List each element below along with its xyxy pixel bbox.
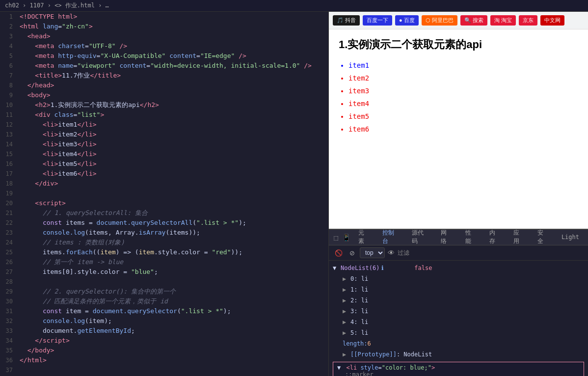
- preview-heading: 1.实例演示二个获取元素的api: [339, 37, 578, 52]
- nav-zhongwen[interactable]: 中文网: [540, 15, 564, 26]
- line-content: <li>item5</li>: [18, 159, 328, 169]
- line-content: <!DOCTYPE html>: [18, 12, 328, 22]
- prototype-expand-arrow[interactable]: ▶: [343, 350, 348, 359]
- preview-list-item: item2: [348, 72, 578, 84]
- code-line: 37: [0, 365, 328, 375]
- code-line: 13 <li>item2</li>: [0, 130, 328, 139]
- code-line: 9 <body>: [0, 90, 328, 100]
- item-expand-arrow[interactable]: ▶: [343, 318, 348, 326]
- item-val: 0: li: [350, 274, 368, 283]
- line-number: 6: [0, 61, 18, 71]
- line-content: </html>: [18, 355, 328, 365]
- code-line: 30 // 匹配满足条件的第一个元素，类似于 id: [0, 296, 328, 306]
- main-area: 1<!DOCTYPE html>2<html lang="zh-cn">3 <h…: [0, 12, 588, 376]
- devtools-panel: ⬚ 📱 元素 控制台 源代码 网络 性能 内存 应用 安全 Light 🚫 ⊘ …: [329, 229, 588, 376]
- line-content: <li>item4</li>: [18, 149, 328, 159]
- line-number: 34: [0, 336, 18, 346]
- line-content: <head>: [18, 31, 328, 41]
- line-content: [18, 365, 328, 375]
- devtools-console-output[interactable]: ▼ NodeList(6) ℹ false ▶0: li▶1: li▶2: li…: [329, 261, 588, 376]
- elem-style-val: "color: blue;": [382, 364, 431, 371]
- line-number: 36: [0, 355, 18, 365]
- item-expand-arrow[interactable]: ▶: [343, 307, 348, 316]
- line-number: 11: [0, 110, 18, 120]
- line-content: [18, 188, 328, 198]
- item-expand-arrow[interactable]: ▶: [343, 328, 348, 337]
- devtools-mobile-icon[interactable]: 📱: [341, 232, 351, 243]
- line-content: <li>item6</li>: [18, 169, 328, 179]
- console-prototype-line: ▶ [[Prototype]] : NodeList: [329, 349, 588, 360]
- code-editor[interactable]: 1<!DOCTYPE html>2<html lang="zh-cn">3 <h…: [0, 12, 329, 376]
- line-content: // 匹配满足条件的第一个元素，类似于 id: [18, 296, 328, 306]
- nav-baidu[interactable]: ● 百度: [395, 15, 419, 26]
- length-key: length:: [343, 339, 368, 348]
- line-content: // items : 类数组(对象): [18, 238, 328, 247]
- code-line: 34 </script>: [0, 336, 328, 346]
- console-length-line: length: 6: [329, 338, 588, 349]
- code-line: 32 console.log(item);: [0, 316, 328, 326]
- code-line: 35 </body>: [0, 346, 328, 355]
- code-line: 25 items.forEach((item) => (item.style.c…: [0, 247, 328, 257]
- item-expand-arrow[interactable]: ▶: [343, 285, 348, 294]
- devtools-eye-btn[interactable]: 👁: [388, 249, 395, 257]
- nodelist-expand-arrow[interactable]: ▼: [333, 264, 339, 272]
- browser-preview-content: 1.实例演示二个获取元素的api item1item2item3item4ite…: [329, 29, 588, 229]
- line-content: </head>: [18, 81, 328, 90]
- tab-light[interactable]: Light: [555, 231, 586, 244]
- code-line: 24 // items : 类数组(对象): [0, 238, 328, 247]
- devtools-clear-btn[interactable]: 🚫: [333, 248, 345, 258]
- line-number: 20: [0, 198, 18, 208]
- nodelist-false-val: false: [386, 264, 432, 272]
- line-number: 21: [0, 208, 18, 218]
- item-expand-arrow[interactable]: ▶: [343, 296, 348, 305]
- item-expand-arrow[interactable]: ▶: [343, 274, 348, 283]
- devtools-tabs-bar: ⬚ 📱 元素 控制台 源代码 网络 性能 内存 应用 安全 Light: [329, 230, 588, 245]
- devtools-cursor-icon[interactable]: ⬚: [331, 232, 341, 243]
- line-number: 28: [0, 277, 18, 287]
- line-content: <meta charset="UTF-8" />: [18, 41, 328, 51]
- elem-style-attr: style: [360, 364, 378, 371]
- code-line: 5 <meta http-equiv="X-UA-Compatible" con…: [0, 51, 328, 61]
- code-line: 6 <meta name="viewport" content="width=d…: [0, 61, 328, 71]
- prototype-val: : NodeList: [397, 350, 432, 359]
- length-val: 6: [368, 339, 371, 348]
- devtools-top-select[interactable]: top: [360, 247, 385, 258]
- line-content: // 1. querySelectorAll: 集合: [18, 208, 328, 218]
- code-line: 11 <div class="list">: [0, 110, 328, 120]
- nav-baidu-yi[interactable]: 百度一下: [363, 15, 392, 26]
- line-content: </body>: [18, 346, 328, 355]
- line-number: 33: [0, 326, 18, 336]
- code-line: 2<html lang="zh-cn">: [0, 22, 328, 31]
- nav-douyin[interactable]: 🎵 抖音: [333, 15, 360, 26]
- line-number: 18: [0, 179, 18, 188]
- line-number: 25: [0, 247, 18, 257]
- code-line: 3 <head>: [0, 31, 328, 41]
- line-number: 10: [0, 100, 18, 110]
- code-line: 4 <meta charset="UTF-8" />: [0, 41, 328, 51]
- nav-jingdong[interactable]: 京东: [519, 15, 537, 26]
- breadcrumb: ch02 › 1107 › <> 作业.html › …: [0, 0, 588, 12]
- elem-marker: ::marker: [337, 371, 580, 376]
- devtools-pause-btn[interactable]: ⊘: [347, 248, 357, 258]
- code-line: 1<!DOCTYPE html>: [0, 12, 328, 22]
- code-line: 18 </div>: [0, 179, 328, 188]
- line-content: <li>item3</li>: [18, 139, 328, 149]
- preview-list-item: item4: [348, 97, 578, 110]
- item-val: 2: li: [350, 296, 368, 305]
- console-nodelist-item: ▶5: li: [329, 327, 588, 338]
- line-content: </script>: [18, 336, 328, 346]
- code-line: 26 // 第一个 item -> blue: [0, 257, 328, 267]
- code-line: 31 const item = document.querySelector("…: [0, 306, 328, 316]
- preview-list: item1item2item3item4item5item6: [339, 59, 578, 135]
- code-line: 10 <h2>1.实例演示二个获取元素的api</h2>: [0, 100, 328, 110]
- line-content: </div>: [18, 179, 328, 188]
- right-panel: 🎵 抖音 百度一下 ● 百度 ⬡ 阿里巴巴 🔍 搜索 淘 淘宝 京东 中文网 1…: [329, 12, 588, 376]
- line-content: <li>item2</li>: [18, 130, 328, 139]
- nav-taobao[interactable]: 淘 淘宝: [490, 15, 516, 26]
- line-number: 2: [0, 22, 18, 31]
- line-content: console.log(item);: [18, 316, 328, 326]
- nav-sousuo[interactable]: 🔍 搜索: [460, 15, 487, 26]
- line-number: 12: [0, 120, 18, 130]
- nav-alibaba[interactable]: ⬡ 阿里巴巴: [422, 15, 457, 26]
- line-content: const item = document.querySelector(".li…: [18, 306, 328, 316]
